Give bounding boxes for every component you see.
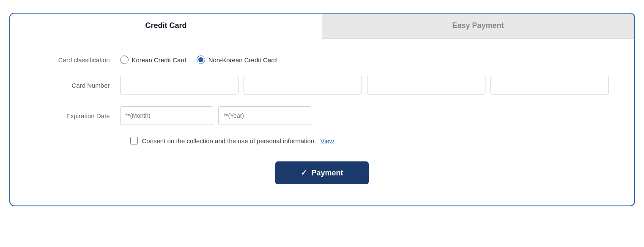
non-korean-card-label: Non-Korean Credit Card: [208, 56, 277, 64]
non-korean-card-option[interactable]: Non-Korean Credit Card: [197, 56, 277, 64]
korean-card-label: Korean Credit Card: [132, 56, 186, 64]
expiration-date-label: Expiration Date: [36, 112, 120, 119]
radio-group: Korean Credit Card Non-Korean Credit Car…: [120, 56, 277, 64]
expiration-date-row: Expiration Date: [36, 106, 609, 125]
consent-text: Consent on the collection and the use of…: [142, 137, 316, 144]
payment-button[interactable]: ✓ Payment: [275, 161, 368, 184]
form-content: Card classification Korean Credit Card N…: [10, 39, 634, 205]
korean-card-radio[interactable]: [120, 56, 129, 64]
non-korean-card-radio[interactable]: [197, 56, 205, 64]
korean-card-option[interactable]: Korean Credit Card: [120, 56, 186, 64]
card-number-input-3[interactable]: [367, 76, 485, 94]
consent-row: Consent on the collection and the use of…: [130, 137, 609, 144]
card-classification-label: Card classification: [36, 56, 120, 64]
card-number-input-2[interactable]: [244, 76, 362, 94]
card-number-input-1[interactable]: [120, 76, 238, 94]
view-link[interactable]: View: [320, 137, 334, 144]
month-input[interactable]: [120, 106, 213, 125]
tabs-container: Credit Card Easy Payment: [10, 14, 634, 39]
payment-container: Credit Card Easy Payment Card classifica…: [9, 13, 635, 206]
payment-button-label: Payment: [311, 169, 343, 178]
expiration-inputs: [120, 106, 311, 125]
year-input[interactable]: [218, 106, 311, 125]
checkmark-icon: ✓: [301, 168, 307, 178]
card-number-label: Card Number: [36, 82, 120, 89]
tab-credit-card[interactable]: Credit Card: [10, 14, 322, 39]
card-number-inputs: [120, 76, 609, 94]
card-number-row: Card Number: [36, 76, 609, 94]
tab-easy-payment[interactable]: Easy Payment: [322, 14, 634, 39]
card-classification-row: Card classification Korean Credit Card N…: [36, 56, 609, 64]
consent-checkbox[interactable]: [130, 137, 138, 144]
card-number-input-4[interactable]: [491, 76, 609, 94]
payment-button-row: ✓ Payment: [36, 161, 609, 184]
